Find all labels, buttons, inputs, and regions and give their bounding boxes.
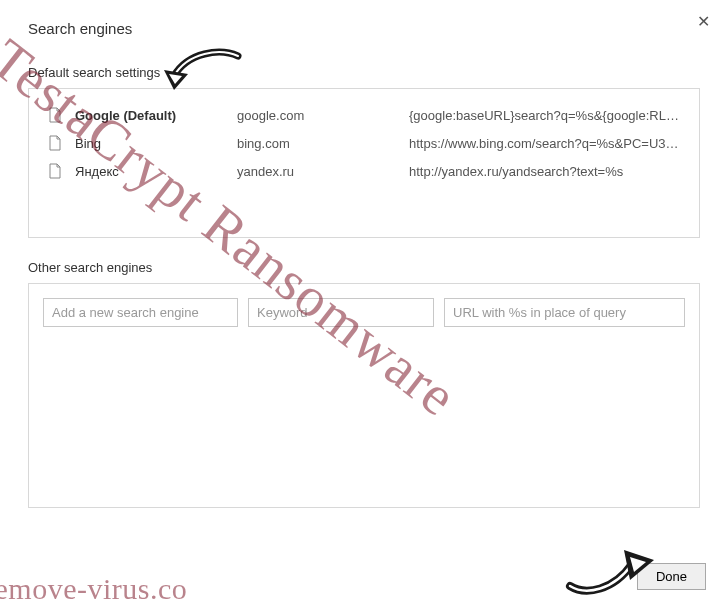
engine-keyword: yandex.ru (237, 164, 397, 179)
default-search-section-label: Default search settings (28, 65, 700, 80)
dialog-title: Search engines (28, 20, 700, 37)
engine-keyword: google.com (237, 108, 397, 123)
done-button[interactable]: Done (637, 563, 706, 590)
close-button[interactable]: ✕ (697, 14, 710, 30)
other-search-section-label: Other search engines (28, 260, 700, 275)
new-engine-keyword-input[interactable] (248, 298, 434, 327)
engine-row[interactable]: Яндекс yandex.ru http://yandex.ru/yandse… (43, 157, 685, 185)
new-engine-url-input[interactable] (444, 298, 685, 327)
add-engine-row (43, 298, 685, 327)
page-icon (47, 163, 63, 179)
other-search-panel (28, 283, 700, 508)
engine-url: https://www.bing.com/search?q=%s&PC=U316… (409, 136, 681, 151)
engine-url: {google:baseURL}search?q=%s&{google:RLZ}… (409, 108, 681, 123)
page-icon (47, 135, 63, 151)
default-search-panel: Google (Default) google.com {google:base… (28, 88, 700, 238)
engine-name: Яндекс (75, 164, 225, 179)
engine-name: Bing (75, 136, 225, 151)
engine-name: Google (Default) (75, 108, 225, 123)
engine-url: http://yandex.ru/yandsearch?text=%s (409, 164, 681, 179)
search-engines-dialog: Search engines ✕ Default search settings… (0, 0, 728, 612)
page-icon (47, 107, 63, 123)
close-icon: ✕ (697, 13, 710, 30)
new-engine-name-input[interactable] (43, 298, 238, 327)
engine-row[interactable]: Bing bing.com https://www.bing.com/searc… (43, 129, 685, 157)
engine-keyword: bing.com (237, 136, 397, 151)
engine-row[interactable]: Google (Default) google.com {google:base… (43, 101, 685, 129)
